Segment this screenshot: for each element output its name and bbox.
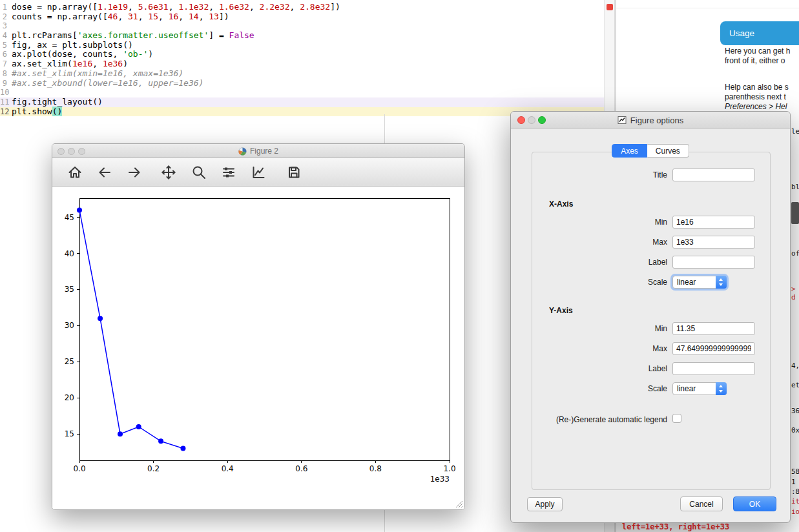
- code-line-8: 8#ax.set_xlim(xmin=1e16, xmax=1e36): [0, 69, 604, 79]
- svg-text:30: 30: [65, 321, 74, 330]
- tab-curves[interactable]: Curves: [647, 144, 689, 158]
- code-line-11: 11fig.tight_layout(): [0, 97, 604, 107]
- forward-icon: [127, 165, 142, 180]
- close-button[interactable]: [517, 116, 525, 124]
- tab-axes[interactable]: Axes: [612, 144, 647, 158]
- console-scrollbar-thumb[interactable]: [791, 202, 799, 224]
- y-min-label: Min: [583, 324, 667, 333]
- toolbar-subplots-button[interactable]: [221, 165, 236, 180]
- y-max-input[interactable]: [672, 342, 755, 355]
- x-label-input[interactable]: [672, 256, 755, 269]
- line-number: 4: [0, 31, 12, 41]
- y-scale-select[interactable]: linear: [672, 382, 727, 395]
- console-text-fragment: d: [791, 293, 796, 302]
- code-line-6: 6ax.plot(dose, counts, 'ob-'): [0, 50, 604, 59]
- legend-label: (Re-)Generate automatic legend: [524, 415, 667, 424]
- console-text-fragment: ble: [791, 183, 799, 191]
- back-icon: [97, 165, 112, 180]
- console-text-fragment: 1: [791, 478, 796, 486]
- legend-checkbox[interactable]: [672, 414, 681, 423]
- figure-toolbar: [52, 158, 464, 187]
- code-line-7: 7ax.set_xlim(1e16, 1e36): [0, 59, 604, 69]
- svg-text:0.4: 0.4: [222, 464, 234, 473]
- line-number: 12: [0, 107, 12, 117]
- figure-title-area: Figure 2: [52, 144, 464, 158]
- line-number: 5: [0, 41, 12, 50]
- help-text-line: Help can also be s: [725, 83, 789, 92]
- console-text-fragment: io: [791, 507, 799, 516]
- x-min-input[interactable]: [672, 216, 755, 229]
- svg-text:0.0: 0.0: [73, 464, 85, 473]
- x-scale-label: Scale: [583, 278, 667, 287]
- svg-text:20: 20: [65, 393, 74, 402]
- minimize-button[interactable]: [68, 148, 75, 155]
- dialog-titlebar[interactable]: Figure options: [511, 112, 790, 128]
- stepper-arrows-icon: [716, 276, 727, 289]
- y-label-label: Label: [583, 364, 667, 373]
- toolbar-customize-button[interactable]: [251, 165, 266, 180]
- toolbar-home-button[interactable]: [67, 165, 83, 180]
- line-number: 3: [0, 21, 12, 31]
- figure-title: Figure 2: [250, 147, 278, 156]
- ok-button[interactable]: OK: [733, 496, 776, 511]
- svg-text:45: 45: [65, 213, 74, 222]
- apply-button[interactable]: Apply: [527, 497, 563, 511]
- console-text-fragment: lev: [791, 127, 799, 136]
- console-text-fragment: it: [791, 497, 799, 506]
- stepper-arrows-icon: [716, 382, 727, 395]
- svg-text:0.8: 0.8: [369, 464, 382, 473]
- cancel-button[interactable]: Cancel: [680, 496, 723, 511]
- plot: 0.00.20.40.60.81.0152025303540451e33: [52, 187, 465, 510]
- y-scale-value: linear: [673, 384, 716, 393]
- code-line-10: 10: [0, 88, 604, 97]
- svg-text:0.2: 0.2: [147, 464, 160, 473]
- svg-text:1.0: 1.0: [443, 464, 455, 473]
- close-button[interactable]: [57, 148, 65, 155]
- code-editor[interactable]: 1dose = np.array([1.1e19, 5.6e31, 1.1e32…: [0, 3, 604, 116]
- console-text-fragment: 4,: [791, 362, 799, 370]
- line-number: 8: [0, 69, 12, 79]
- y-label-input[interactable]: [672, 362, 755, 375]
- toolbar-zoom-button[interactable]: [191, 165, 207, 180]
- x-axis-header: X-Axis: [549, 200, 573, 209]
- line-number: 2: [0, 12, 12, 22]
- figure-canvas[interactable]: 0.00.20.40.60.81.0152025303540451e33: [52, 187, 465, 510]
- title-label: Title: [583, 170, 667, 179]
- x-max-label: Max: [583, 238, 667, 247]
- toolbar-back-button[interactable]: [97, 165, 112, 180]
- usage-title: Usage: [729, 28, 754, 38]
- toolbar-forward-button[interactable]: [127, 165, 142, 180]
- help-text-line: front of it, either o: [725, 56, 785, 65]
- code-line-9: 9#ax.set_xbound(lower=1e16, upper=1e36): [0, 79, 604, 88]
- dialog-tabs: Axes Curves: [612, 144, 689, 158]
- svg-text:40: 40: [65, 249, 74, 258]
- svg-text:15: 15: [65, 429, 74, 438]
- scrollbar-warning-marker: [607, 4, 613, 10]
- code-line-4: 4plt.rcParams['axes.formatter.useoffset'…: [0, 31, 604, 41]
- save-icon: [286, 165, 302, 180]
- x-min-label: Min: [583, 218, 667, 227]
- line-number: 6: [0, 50, 12, 59]
- figure-titlebar[interactable]: Figure 2: [52, 144, 464, 158]
- help-text-line: Preferences > Hel: [725, 102, 787, 111]
- zoom-button[interactable]: [78, 148, 85, 155]
- figure-window: Figure 2 0.00.20.40.60.81.01520253035404…: [52, 143, 465, 510]
- home-icon: [67, 165, 83, 180]
- console-text-fragment: 36: [791, 407, 799, 415]
- y-min-input[interactable]: [672, 322, 755, 335]
- toolbar-pan-button[interactable]: [161, 165, 176, 180]
- code-line-1: 1dose = np.array([1.1e19, 5.6e31, 1.1e32…: [0, 3, 604, 12]
- minimize-button[interactable]: [528, 116, 535, 124]
- figure-title-input[interactable]: [672, 169, 755, 181]
- console-text-fragment: >: [791, 285, 796, 293]
- resize-grip[interactable]: [455, 500, 463, 508]
- x-scale-select[interactable]: linear: [672, 276, 727, 289]
- help-pane-top-border: [616, 8, 799, 8]
- x-max-input[interactable]: [672, 236, 755, 249]
- svg-text:25: 25: [65, 357, 74, 366]
- subplots-icon: [221, 165, 236, 180]
- zoom-button[interactable]: [538, 116, 546, 124]
- toolbar-save-button[interactable]: [286, 165, 302, 180]
- figure-options-dialog: Figure options Axes Curves Title X-Axis …: [510, 111, 791, 523]
- svg-text:1e33: 1e33: [430, 475, 450, 484]
